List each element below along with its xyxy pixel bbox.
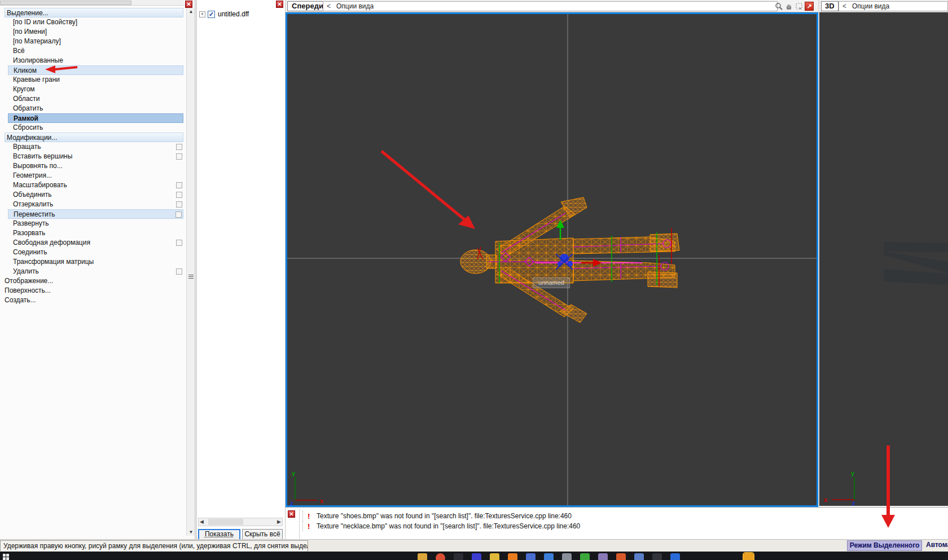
menu-item[interactable]: Выделение... xyxy=(5,8,183,17)
menu-item[interactable]: Удалить xyxy=(8,267,183,276)
show-all-button[interactable]: Показать всё xyxy=(198,529,240,540)
menu-item-label: Масштабировать xyxy=(13,181,67,189)
menu-item[interactable]: Модификации... xyxy=(5,133,183,142)
purple-app-icon[interactable] xyxy=(598,553,608,560)
hscrollbar-thumb[interactable] xyxy=(208,519,243,525)
menu-item[interactable]: Развернуть xyxy=(8,219,183,228)
menu-item-label: Всё xyxy=(13,47,25,55)
menu-item-label: Геометрия... xyxy=(13,171,52,179)
expand-icon[interactable]: + xyxy=(199,11,205,17)
menu-item[interactable]: Изолированные xyxy=(8,56,183,65)
menu-item-checkbox[interactable] xyxy=(176,153,182,160)
log-message[interactable]: !Texture "necklace.bmp" was not found in… xyxy=(302,521,946,531)
windows-start-icon[interactable] xyxy=(3,554,10,560)
view-options-button[interactable]: <Опции вида xyxy=(323,1,778,11)
zmodeler-active-icon[interactable] xyxy=(744,553,753,560)
menu-item[interactable]: Выровнять по... xyxy=(8,161,183,171)
hscrollbar-thumb[interactable] xyxy=(0,1,131,5)
menu-item[interactable]: [по ID или Свойству] xyxy=(8,17,183,27)
maximize-viewport-button[interactable]: ↗ xyxy=(805,2,814,11)
plane-app-icon[interactable] xyxy=(562,553,572,560)
menu-item-checkbox[interactable] xyxy=(176,182,182,188)
gem-app-icon[interactable] xyxy=(544,553,554,560)
menu-item-checkbox[interactable] xyxy=(176,144,182,150)
menu-item-label: Объединить xyxy=(13,191,52,199)
menu-item[interactable]: Переместить xyxy=(8,209,183,219)
menu-item[interactable]: Отображение... xyxy=(5,276,183,286)
menu-item-checkbox[interactable] xyxy=(176,240,182,246)
auto-mode-button[interactable]: Автома xyxy=(926,540,948,551)
tree-item-untitled[interactable]: + ✓ untitled.dff xyxy=(199,10,249,19)
menu-item[interactable]: Геометрия... xyxy=(8,171,183,180)
menu-item[interactable]: Кликом xyxy=(8,65,183,75)
selected-mode-button[interactable]: Режим Выделенного xyxy=(847,540,922,551)
orbit-tool-icon[interactable] xyxy=(795,2,804,11)
blue-app-icon[interactable] xyxy=(670,553,680,560)
commands-vscrollbar[interactable]: ▲ ▼ xyxy=(186,8,195,536)
menu-item-label: Поверхность... xyxy=(5,286,51,294)
menu-item[interactable]: [по Имени] xyxy=(8,27,183,37)
axis-y-label: y xyxy=(851,470,855,477)
menu-item[interactable]: Свободная деформация xyxy=(8,238,183,248)
arrow-app-icon[interactable] xyxy=(508,553,517,560)
menu-item-checkbox[interactable] xyxy=(175,211,182,218)
menu-item[interactable]: Рамкой xyxy=(8,113,183,123)
menu-item[interactable]: Соединить xyxy=(8,248,183,257)
commands-hscrollbar[interactable] xyxy=(0,0,184,6)
character-wireframe[interactable] xyxy=(460,197,679,323)
menu-item-checkbox[interactable] xyxy=(176,201,182,208)
menu-item-label: Краевые грани xyxy=(13,76,60,83)
scroll-left-icon[interactable]: ◀ xyxy=(200,519,204,524)
scroll-right-icon[interactable]: ▶ xyxy=(277,519,281,524)
menu-item[interactable]: Объединить xyxy=(8,190,183,200)
menu-item[interactable]: Разорвать xyxy=(8,228,183,238)
menu-item[interactable]: [по Материалу] xyxy=(8,37,183,46)
log-divider xyxy=(299,509,300,539)
chrome-icon[interactable] xyxy=(436,553,445,560)
menu-item[interactable]: Вращать xyxy=(8,142,183,152)
menu-item-label: Отзеркалить xyxy=(13,200,53,208)
green-app-icon[interactable] xyxy=(580,553,590,560)
hide-all-button[interactable]: Скрыть всё xyxy=(242,529,283,540)
menu-item-label: Удалить xyxy=(13,267,39,275)
menu-item[interactable]: Всё xyxy=(8,46,183,56)
game-app-icon[interactable] xyxy=(490,553,499,560)
menu-item-label: Соединить xyxy=(13,248,47,256)
menu-item[interactable]: Поверхность... xyxy=(5,286,183,296)
menu-item[interactable]: Трансформация матрицы xyxy=(8,257,183,267)
menu-item[interactable]: Области xyxy=(8,94,183,104)
close-icon[interactable]: ✕ xyxy=(276,1,283,8)
close-icon[interactable]: ✕ xyxy=(288,510,295,518)
tree-hscrollbar[interactable]: ◀ ▶ xyxy=(198,518,283,526)
visibility-checkbox[interactable]: ✓ xyxy=(208,11,215,18)
dark-app-icon[interactable] xyxy=(652,553,662,560)
photo-app-icon[interactable] xyxy=(454,553,463,560)
pan-hand-icon[interactable] xyxy=(784,2,793,11)
menu-item[interactable]: Обратить xyxy=(8,104,183,113)
scroll-up-icon[interactable]: ▲ xyxy=(187,8,195,15)
menu-item[interactable]: Создать... xyxy=(5,296,183,305)
window-app-icon[interactable] xyxy=(526,553,536,560)
menu-item[interactable]: Вставить вершины xyxy=(8,152,183,161)
menu-item[interactable]: Отзеркалить xyxy=(8,200,183,209)
orange-app-icon[interactable] xyxy=(616,553,626,560)
window2-app-icon[interactable] xyxy=(634,553,644,560)
view-mode-button[interactable]: Спереди xyxy=(287,1,328,11)
view-options-button[interactable]: <Опции вида xyxy=(839,1,948,11)
log-message[interactable]: !Texture "shoes.bmp" was not found in "[… xyxy=(302,511,946,521)
folder-icon[interactable] xyxy=(418,553,427,560)
menu-item[interactable]: Краевые грани xyxy=(8,75,183,85)
menu-item[interactable]: Кругом xyxy=(8,85,183,94)
menu-item[interactable]: Масштабировать xyxy=(8,180,183,190)
menu-item-checkbox[interactable] xyxy=(176,192,182,198)
scroll-down-icon[interactable]: ▼ xyxy=(187,528,195,536)
zmodeler-window: ✕ Выделение...[по ID или Свойству][по Им… xyxy=(0,0,948,560)
scrollbar-grip[interactable] xyxy=(188,275,194,279)
menu-item[interactable]: Сбросить xyxy=(8,123,183,133)
zoom-tool-icon[interactable] xyxy=(774,2,783,11)
menu-item-label: Выделение... xyxy=(7,9,49,17)
view-mode-button[interactable]: 3D xyxy=(821,1,839,11)
media-app-icon[interactable] xyxy=(472,553,481,560)
menu-item-checkbox[interactable] xyxy=(176,268,182,275)
close-icon[interactable]: ✕ xyxy=(185,1,192,8)
